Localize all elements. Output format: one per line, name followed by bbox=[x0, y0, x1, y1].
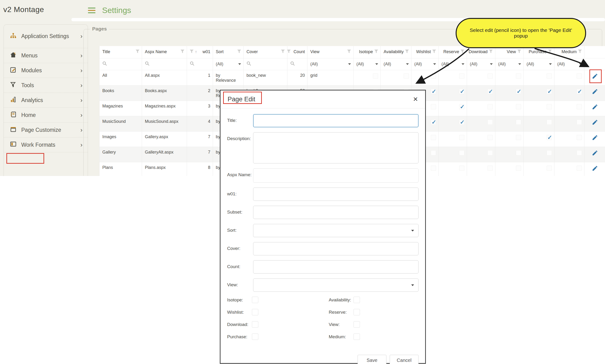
filter-cell-wishlist[interactable]: (All) bbox=[411, 58, 439, 70]
filter-cell-sort[interactable]: (All) bbox=[213, 58, 244, 70]
filter-select-value[interactable]: (All) bbox=[441, 62, 449, 67]
unchecked-checkbox[interactable] bbox=[459, 135, 464, 140]
chevron-down-icon[interactable] bbox=[375, 63, 378, 65]
filter-cell-isotope[interactable]: (All) bbox=[354, 58, 381, 70]
unchecked-checkbox[interactable] bbox=[516, 150, 521, 156]
purchase-checkbox[interactable] bbox=[252, 334, 258, 340]
cover-field[interactable] bbox=[253, 242, 419, 255]
unchecked-checkbox[interactable] bbox=[547, 119, 552, 125]
filter-cell-view[interactable]: (All) bbox=[307, 58, 354, 70]
column-header-availability[interactable]: Availability bbox=[381, 46, 411, 58]
checked-checkbox[interactable] bbox=[459, 104, 464, 109]
filter-funnel-icon[interactable] bbox=[578, 49, 582, 54]
unchecked-checkbox[interactable] bbox=[431, 150, 436, 156]
column-header-isotope[interactable]: Isotope bbox=[354, 46, 381, 58]
checked-checkbox[interactable] bbox=[577, 89, 582, 94]
checked-checkbox[interactable] bbox=[431, 119, 436, 125]
unchecked-checkbox[interactable] bbox=[487, 119, 493, 125]
filter-select-value[interactable]: (All) bbox=[383, 62, 391, 67]
unchecked-checkbox[interactable] bbox=[459, 166, 464, 171]
chevron-down-icon[interactable] bbox=[579, 63, 582, 65]
availability-checkbox[interactable] bbox=[354, 297, 360, 303]
filter-funnel-icon[interactable] bbox=[347, 49, 351, 54]
unchecked-checkbox[interactable] bbox=[577, 104, 582, 109]
description-textarea[interactable] bbox=[253, 132, 419, 163]
checked-checkbox[interactable] bbox=[516, 89, 521, 94]
filter-select-value[interactable]: (All) bbox=[216, 62, 223, 67]
filter-select-value[interactable]: (All) bbox=[470, 62, 477, 67]
unchecked-checkbox[interactable] bbox=[547, 104, 552, 109]
reserve-checkbox[interactable] bbox=[354, 309, 360, 315]
filter-cell-purchase[interactable]: (All) bbox=[524, 58, 554, 70]
cancel-button[interactable]: Cancel bbox=[390, 355, 419, 364]
chevron-down-icon[interactable] bbox=[518, 63, 521, 65]
checked-checkbox[interactable] bbox=[487, 89, 493, 94]
filter-cell-reserve[interactable]: (All) bbox=[439, 58, 467, 70]
filter-funnel-icon[interactable] bbox=[405, 49, 409, 54]
checked-checkbox[interactable] bbox=[547, 89, 552, 94]
column-header-view[interactable]: View bbox=[307, 46, 354, 58]
w01-field[interactable] bbox=[253, 188, 419, 201]
unchecked-checkbox[interactable] bbox=[516, 135, 521, 140]
filter-cell-title[interactable] bbox=[100, 58, 142, 70]
column-header-count[interactable]: Count bbox=[287, 46, 307, 58]
unchecked-checkbox[interactable] bbox=[577, 119, 582, 125]
sidebar-item-page-customize[interactable]: Page Customize› bbox=[4, 123, 88, 137]
unchecked-checkbox[interactable] bbox=[547, 166, 552, 171]
sidebar-item-tools[interactable]: Tools› bbox=[4, 78, 88, 93]
unchecked-checkbox[interactable] bbox=[431, 73, 436, 79]
filter-funnel-icon[interactable] bbox=[460, 49, 464, 54]
unchecked-checkbox[interactable] bbox=[516, 166, 521, 171]
chevron-down-icon[interactable] bbox=[406, 63, 409, 65]
unchecked-checkbox[interactable] bbox=[547, 150, 552, 156]
filter-funnel-icon[interactable] bbox=[181, 49, 184, 54]
close-icon[interactable]: ✕ bbox=[413, 96, 418, 103]
unchecked-checkbox[interactable] bbox=[431, 166, 436, 171]
unchecked-checkbox[interactable] bbox=[577, 166, 582, 171]
filter-select-value[interactable]: (All) bbox=[557, 62, 565, 67]
filter-cell-count[interactable] bbox=[287, 58, 307, 70]
unchecked-checkbox[interactable] bbox=[577, 135, 582, 140]
medium-checkbox[interactable] bbox=[354, 334, 360, 340]
filter-funnel-icon[interactable] bbox=[237, 49, 241, 54]
sidebar-item-modules[interactable]: Modules› bbox=[4, 63, 88, 78]
unchecked-checkbox[interactable] bbox=[577, 150, 582, 156]
column-header-wishlist[interactable]: Wishlist bbox=[411, 46, 439, 58]
unchecked-checkbox[interactable] bbox=[487, 135, 493, 140]
filter-funnel-icon[interactable] bbox=[287, 49, 291, 54]
edit-pencil-icon[interactable] bbox=[592, 165, 598, 173]
sidebar-item-work-formats[interactable]: Work Formats› bbox=[4, 137, 88, 152]
filter-funnel-icon[interactable] bbox=[136, 49, 139, 54]
count-field[interactable] bbox=[253, 260, 419, 273]
sidebar-item-application-settings[interactable]: Application Settings› bbox=[4, 25, 88, 48]
filter-funnel-icon[interactable] bbox=[281, 49, 285, 54]
chevron-down-icon[interactable] bbox=[461, 63, 464, 65]
download-checkbox[interactable] bbox=[252, 321, 258, 328]
filter-select-value[interactable]: (All) bbox=[356, 62, 364, 67]
unchecked-checkbox[interactable] bbox=[459, 150, 464, 156]
filter-select-value[interactable]: (All) bbox=[310, 62, 318, 67]
unchecked-checkbox[interactable] bbox=[487, 104, 493, 109]
filter-select-value[interactable]: (All) bbox=[526, 62, 534, 67]
column-header-sort[interactable]: Sort bbox=[213, 46, 244, 58]
wishlist-checkbox[interactable] bbox=[252, 309, 258, 315]
filter-cell-medium[interactable]: (All) bbox=[554, 58, 584, 70]
edit-pencil-icon[interactable] bbox=[592, 119, 598, 127]
unchecked-checkbox[interactable] bbox=[459, 73, 464, 79]
column-header-cover[interactable]: Cover bbox=[244, 46, 287, 58]
checked-checkbox[interactable] bbox=[459, 119, 464, 125]
chevron-down-icon[interactable] bbox=[348, 63, 351, 65]
filter-select-value[interactable]: (All) bbox=[414, 62, 422, 67]
unchecked-checkbox[interactable] bbox=[547, 73, 552, 79]
edit-pencil-icon[interactable] bbox=[592, 134, 598, 142]
unchecked-checkbox[interactable] bbox=[516, 73, 521, 79]
unchecked-checkbox[interactable] bbox=[373, 73, 378, 79]
save-button[interactable]: Save bbox=[357, 355, 386, 364]
filter-cell-download[interactable]: (All) bbox=[467, 58, 495, 70]
edit-pencil-icon[interactable] bbox=[592, 88, 598, 96]
unchecked-checkbox[interactable] bbox=[577, 73, 582, 79]
chevron-down-icon[interactable] bbox=[549, 63, 552, 65]
sidebar-item-home[interactable]: Home› bbox=[4, 108, 88, 123]
filter-cell-cover[interactable] bbox=[244, 58, 287, 70]
filter-funnel-icon[interactable] bbox=[489, 49, 493, 54]
